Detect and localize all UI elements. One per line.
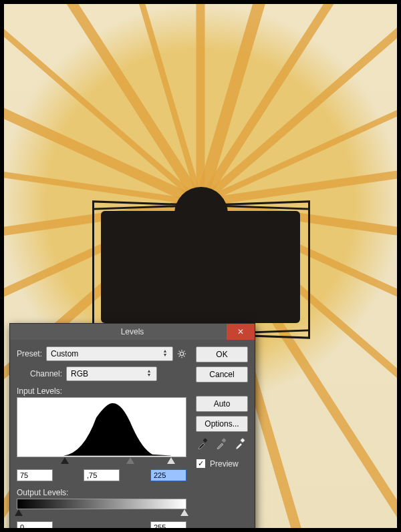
output-levels-label: Output Levels: xyxy=(17,488,68,497)
preset-select[interactable]: Custom ▲▼ xyxy=(46,346,173,361)
camera-silhouette xyxy=(101,211,300,323)
dialog-title: Levels xyxy=(121,327,144,336)
options-button[interactable]: Options... xyxy=(196,416,248,432)
close-button[interactable]: ✕ xyxy=(227,324,255,340)
checkbox-icon: ✓ xyxy=(196,459,206,469)
gear-icon xyxy=(177,349,186,358)
preset-label: Preset: xyxy=(17,349,42,358)
highlight-slider[interactable] xyxy=(167,457,175,464)
levels-dialog: Levels ✕ Preset: Custom ▲▼ Channe xyxy=(9,323,255,532)
channel-value: RGB xyxy=(71,369,88,378)
close-icon: ✕ xyxy=(237,327,244,336)
svg-rect-10 xyxy=(221,438,226,443)
gray-eyedropper-icon[interactable] xyxy=(216,437,228,449)
output-gradient xyxy=(17,499,186,509)
midtone-slider[interactable] xyxy=(126,457,134,464)
ok-button[interactable]: OK xyxy=(196,346,248,362)
input-slider-track xyxy=(17,457,186,467)
output-shadow-slider[interactable] xyxy=(15,509,23,516)
input-midtone-field[interactable] xyxy=(84,469,120,481)
chevron-updown-icon: ▲▼ xyxy=(160,348,170,358)
shadow-slider[interactable] xyxy=(61,457,69,464)
svg-line-6 xyxy=(184,356,184,356)
input-levels-label: Input Levels: xyxy=(17,386,62,396)
input-highlight-field[interactable] xyxy=(150,469,186,481)
output-highlight-field[interactable] xyxy=(150,521,186,532)
channel-select[interactable]: RGB ▲▼ xyxy=(66,366,157,381)
svg-rect-11 xyxy=(240,438,245,443)
output-shadow-field[interactable] xyxy=(17,521,53,532)
svg-rect-9 xyxy=(203,438,207,443)
svg-line-8 xyxy=(184,351,184,352)
preview-label: Preview xyxy=(210,459,239,469)
auto-button[interactable]: Auto xyxy=(196,396,248,412)
channel-label: Channel: xyxy=(30,369,62,378)
input-shadow-field[interactable] xyxy=(17,469,53,481)
output-slider-track xyxy=(17,509,186,519)
white-eyedropper-icon[interactable] xyxy=(235,437,247,449)
chevron-updown-icon: ▲▼ xyxy=(144,368,154,378)
preview-checkbox[interactable]: ✓ Preview xyxy=(196,459,248,469)
svg-point-0 xyxy=(180,352,183,355)
svg-line-5 xyxy=(179,351,180,352)
histogram xyxy=(17,397,186,457)
preset-menu-button[interactable] xyxy=(177,349,186,358)
dialog-titlebar[interactable]: Levels ✕ xyxy=(10,324,255,340)
output-highlight-slider[interactable] xyxy=(180,509,188,516)
svg-line-7 xyxy=(179,356,180,356)
preset-value: Custom xyxy=(51,349,78,358)
black-eyedropper-icon[interactable] xyxy=(197,437,209,449)
cancel-button[interactable]: Cancel xyxy=(196,366,248,382)
